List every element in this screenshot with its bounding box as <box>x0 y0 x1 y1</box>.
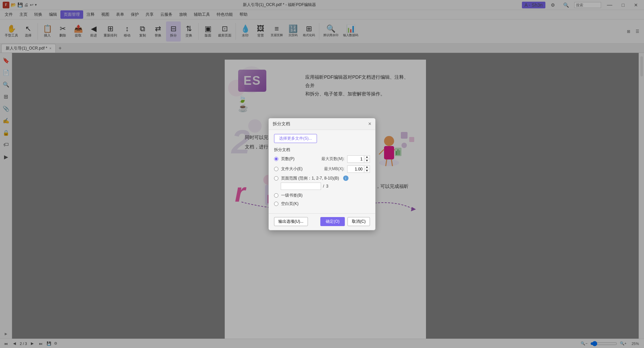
dialog-body: 选择更多文件(S)... 拆分文档 页数(P) 最大页数(M): <box>269 130 375 211</box>
dialog-radio-group: 页数(P) 最大页数(M): 1 ▲ ▼ <box>274 155 370 207</box>
max-mb-down-btn[interactable]: ▼ <box>364 169 370 172</box>
select-files-container: 选择更多文件(S)... <box>274 134 370 147</box>
page-range-input-row: / 3 <box>281 183 370 190</box>
modal-overlay: 拆分文档 × 选择更多文件(S)... 拆分文档 页数(P) <box>0 0 644 348</box>
max-mb-spinner: 1.00 ▲ ▼ <box>347 165 370 173</box>
pagerange-radio[interactable] <box>274 176 278 181</box>
pages-radio[interactable] <box>274 157 278 161</box>
bookmark-radio-row: 一级书签(B) <box>274 193 370 198</box>
dialog-close-button[interactable]: × <box>368 121 371 127</box>
bookmark-radio[interactable] <box>274 193 278 198</box>
pagerange-option-section: 页面范围 (范例：1, 2-7, 8-10)(B) i / 3 <box>274 176 370 190</box>
max-pages-down-btn[interactable]: ▼ <box>364 159 370 162</box>
bookmark-label[interactable]: 一级书签(B) <box>281 193 303 198</box>
max-mb-up-btn[interactable]: ▲ <box>364 166 370 169</box>
filesize-radio[interactable] <box>274 167 278 171</box>
dialog-header: 拆分文档 × <box>269 118 375 130</box>
filesize-label[interactable]: 文件大小(E) <box>281 166 303 172</box>
max-pages-label: 最大页数(M): <box>321 156 344 162</box>
max-mb-label: 最大MB(X): <box>321 166 344 172</box>
output-options-button[interactable]: 输出选项(U)... <box>274 217 308 226</box>
select-files-button[interactable]: 选择更多文件(S)... <box>274 134 317 143</box>
max-pages-spin-btns: ▲ ▼ <box>364 155 370 163</box>
dialog-title: 拆分文档 <box>273 121 290 127</box>
pagerange-radio-row: 页面范围 (范例：1, 2-7, 8-10)(B) i <box>274 176 370 181</box>
dialog-footer: 输出选项(U)... 确定(O) 取消(C) <box>269 213 375 230</box>
max-mb-input[interactable]: 1.00 <box>347 165 364 173</box>
blankpage-radio[interactable] <box>274 202 278 206</box>
pages-option-row: 页数(P) 最大页数(M): 1 ▲ ▼ <box>274 155 370 163</box>
filesize-option-row: 文件大小(E) 最大MB(X): 1.00 ▲ ▼ <box>274 165 370 173</box>
pages-radio-row: 页数(P) <box>274 156 294 162</box>
blankpage-label[interactable]: 空白页(K) <box>281 201 299 207</box>
max-pages-input[interactable]: 1 <box>347 155 364 163</box>
cancel-button[interactable]: 取消(C) <box>347 217 370 226</box>
max-pages-spinner: 1 ▲ ▼ <box>347 155 370 163</box>
dialog-section-label: 拆分文档 <box>274 147 370 153</box>
split-dialog: 拆分文档 × 选择更多文件(S)... 拆分文档 页数(P) <box>268 118 376 230</box>
page-range-separator: / <box>323 184 324 189</box>
dialog-btn-group: 确定(O) 取消(C) <box>320 217 370 226</box>
max-mb-row: 最大MB(X): 1.00 ▲ ▼ <box>321 165 370 173</box>
confirm-button[interactable]: 确定(O) <box>320 217 345 226</box>
page-range-total: 3 <box>326 184 328 189</box>
pages-label[interactable]: 页数(P) <box>281 156 294 162</box>
pagerange-label[interactable]: 页面范围 (范例：1, 2-7, 8-10)(B) <box>281 176 339 181</box>
blankpage-radio-row: 空白页(K) <box>274 201 370 207</box>
max-mb-spin-btns: ▲ ▼ <box>364 165 370 173</box>
info-icon[interactable]: i <box>343 176 348 181</box>
filesize-radio-row: 文件大小(E) <box>274 166 303 172</box>
page-range-input[interactable] <box>281 183 321 190</box>
max-pages-up-btn[interactable]: ▲ <box>364 156 370 159</box>
max-pages-row: 最大页数(M): 1 ▲ ▼ <box>321 155 370 163</box>
